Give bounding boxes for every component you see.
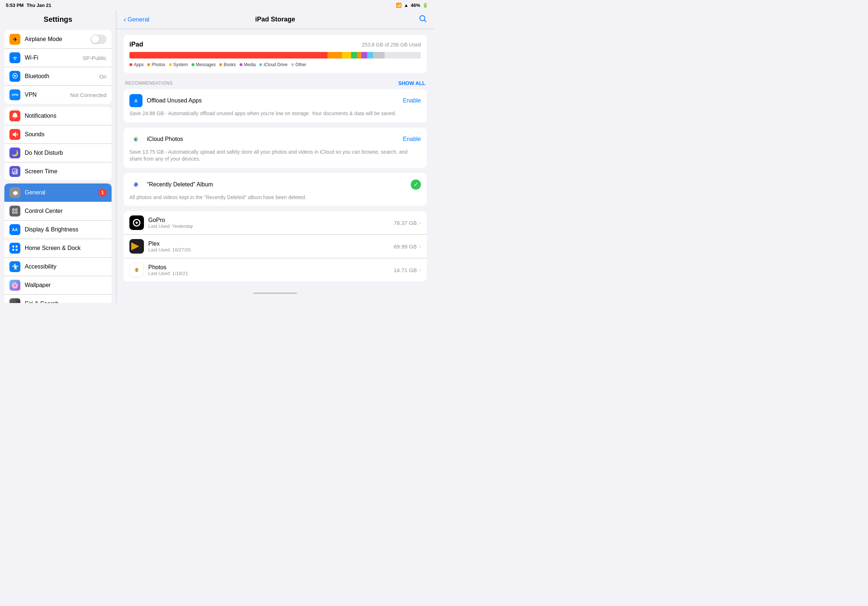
gopro-size: 78.37 GB › bbox=[394, 220, 421, 226]
photos-lastused: Last Used: 1/18/21 bbox=[148, 271, 394, 276]
plex-name: Plex bbox=[148, 241, 394, 247]
airplane-icon: ✈ bbox=[9, 34, 20, 45]
vpn-icon: VPN bbox=[9, 90, 20, 100]
sidebar-item-wifi[interactable]: Wi-Fi SP-Public bbox=[5, 49, 112, 67]
sounds-label: Sounds bbox=[25, 131, 44, 138]
recommendations-header: RECOMMENDATIONS SHOW ALL bbox=[124, 80, 427, 86]
sidebar-item-wallpaper[interactable]: 🌸 Wallpaper bbox=[5, 276, 112, 295]
controlcenter-content: Control Center bbox=[25, 208, 107, 214]
right-header: ‹ General iPad Storage bbox=[116, 10, 434, 29]
app-item-photos[interactable]: Photos Last Used: 1/18/21 14.71 GB › bbox=[124, 258, 427, 281]
app-list-card: GoPro Last Used: Yesterday 78.37 GB › bbox=[124, 211, 427, 281]
legend-dot-other bbox=[291, 63, 294, 66]
sidebar: Settings ✈ Airplane Mode bbox=[0, 10, 116, 303]
plex-icon bbox=[129, 239, 144, 254]
bar-icloud bbox=[367, 52, 373, 59]
sidebar-item-homescreen[interactable]: Home Screen & Dock bbox=[5, 239, 112, 258]
back-button[interactable]: ‹ General bbox=[124, 15, 149, 24]
search-button[interactable] bbox=[419, 14, 427, 24]
gopro-icon bbox=[129, 215, 144, 230]
svg-point-13 bbox=[14, 264, 16, 265]
legend-media: Media bbox=[240, 62, 256, 67]
bar-messages bbox=[351, 52, 357, 59]
sidebar-item-general[interactable]: General 1 bbox=[5, 184, 112, 202]
svg-point-7 bbox=[13, 212, 14, 213]
status-bar: 5:53 PM Thu Jan 21 📶 ▲ 46% 🔋 bbox=[0, 0, 434, 10]
airplane-content: Airplane Mode bbox=[25, 34, 107, 44]
icloud-enable-button[interactable]: Enable bbox=[403, 136, 421, 142]
recentlydeleted-title: "Recently Deleted" Album bbox=[147, 181, 411, 188]
legend-icloud: iCloud Drive bbox=[259, 62, 287, 67]
plex-size: 69.99 GB › bbox=[394, 243, 421, 250]
status-bar-right: 📶 ▲ 46% 🔋 bbox=[396, 3, 428, 8]
scroll-indicator bbox=[253, 292, 297, 294]
gopro-lastused: Last Used: Yesterday bbox=[148, 223, 394, 229]
rec-card-offload: A Offload Unused Apps Enable Save 24.88 … bbox=[124, 89, 427, 122]
donotdisturb-label: Do Not Disturb bbox=[25, 150, 63, 156]
svg-rect-1 bbox=[13, 172, 14, 174]
screentime-icon bbox=[9, 166, 20, 177]
battery-label: 46% bbox=[411, 3, 420, 8]
sidebar-item-donotdisturb[interactable]: 🌙 Do Not Disturb bbox=[5, 144, 112, 162]
sidebar-item-airplane[interactable]: ✈ Airplane Mode bbox=[5, 30, 112, 49]
offload-icon: A bbox=[129, 94, 143, 107]
legend-label-apps: Apps bbox=[134, 62, 144, 67]
vpn-label: VPN bbox=[25, 91, 37, 98]
svg-rect-2 bbox=[14, 170, 15, 174]
plex-chevron: › bbox=[419, 243, 421, 250]
svg-line-15 bbox=[424, 20, 426, 22]
controlcenter-label: Control Center bbox=[25, 208, 62, 214]
wifi-icon bbox=[9, 52, 20, 63]
notifications-icon bbox=[9, 110, 20, 121]
rec-offload-header: A Offload Unused Apps Enable bbox=[129, 94, 421, 107]
wifi-label: Wi-Fi bbox=[25, 54, 38, 61]
donotdisturb-content: Do Not Disturb bbox=[25, 150, 107, 156]
sidebar-item-notifications[interactable]: Notifications bbox=[5, 107, 112, 125]
sidebar-item-screentime[interactable]: Screen Time bbox=[5, 162, 112, 181]
recommendations-label: RECOMMENDATIONS bbox=[125, 80, 173, 86]
svg-point-8 bbox=[16, 212, 17, 213]
sounds-content: Sounds bbox=[25, 131, 107, 138]
svg-rect-11 bbox=[12, 249, 14, 251]
bluetooth-value: On bbox=[99, 73, 107, 80]
gopro-info: GoPro Last Used: Yesterday bbox=[148, 217, 394, 229]
legend-label-photos: Photos bbox=[152, 62, 165, 67]
sidebar-item-bluetooth[interactable]: ⦿ Bluetooth On bbox=[5, 67, 112, 86]
sidebar-item-sirisearch[interactable]: Siri & Search bbox=[5, 295, 112, 303]
photos-name: Photos bbox=[148, 264, 394, 271]
legend-dot-apps bbox=[129, 63, 132, 66]
app-item-gopro[interactable]: GoPro Last Used: Yesterday 78.37 GB › bbox=[124, 211, 427, 235]
homescreen-label: Home Screen & Dock bbox=[25, 245, 81, 251]
bar-other bbox=[373, 52, 384, 59]
photos-icon bbox=[129, 263, 144, 277]
sidebar-item-sounds[interactable]: Sounds bbox=[5, 125, 112, 144]
icloud-photos-icon bbox=[129, 133, 143, 146]
sidebar-item-accessibility[interactable]: Accessibility bbox=[5, 258, 112, 276]
offload-enable-button[interactable]: Enable bbox=[403, 97, 421, 104]
accessibility-content: Accessibility bbox=[25, 263, 107, 270]
legend-label-icloud: iCloud Drive bbox=[264, 62, 287, 67]
app-item-plex[interactable]: Plex Last Used: 10/27/20 69.99 GB › bbox=[124, 235, 427, 258]
icloud-title: iCloud Photos bbox=[147, 136, 403, 142]
bluetooth-icon: ⦿ bbox=[9, 71, 20, 82]
wifi-icon: 📶 bbox=[396, 3, 401, 8]
svg-rect-3 bbox=[16, 170, 17, 174]
legend-other: Other bbox=[291, 62, 307, 67]
vpn-value: Not Connected bbox=[70, 92, 107, 98]
back-chevron-icon: ‹ bbox=[124, 15, 126, 24]
vpn-content: VPN Not Connected bbox=[25, 91, 107, 98]
sirisearch-content: Siri & Search bbox=[25, 300, 107, 303]
airplane-label: Airplane Mode bbox=[25, 36, 62, 43]
bar-apps bbox=[129, 52, 327, 59]
sidebar-item-controlcenter[interactable]: Control Center bbox=[5, 202, 112, 221]
sidebar-item-vpn[interactable]: VPN VPN Not Connected bbox=[5, 86, 112, 104]
show-all-button[interactable]: SHOW ALL bbox=[398, 80, 425, 86]
legend-label-system: System bbox=[174, 62, 188, 67]
battery-icon: 🔋 bbox=[422, 3, 428, 8]
sidebar-item-displaybrightness[interactable]: AA Display & Brightness bbox=[5, 221, 112, 239]
time: 5:53 PM bbox=[6, 3, 23, 8]
wallpaper-icon: 🌸 bbox=[9, 280, 20, 291]
legend-dot-photos bbox=[147, 63, 150, 66]
notifications-content: Notifications bbox=[25, 113, 107, 119]
airplane-toggle[interactable] bbox=[90, 34, 107, 44]
